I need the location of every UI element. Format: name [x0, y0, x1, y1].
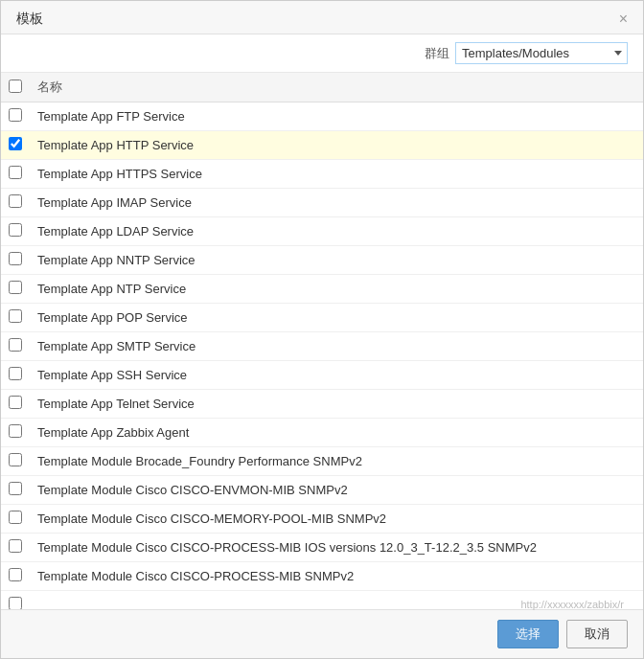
- row-checkbox-cell: [1, 505, 30, 534]
- row-checkbox-cell: [1, 476, 30, 505]
- row-checkbox-cell: [1, 390, 30, 419]
- row-checkbox-cell: [1, 534, 30, 562]
- group-select[interactable]: Templates/Modules: [455, 42, 628, 64]
- row-name: Template App Zabbix Agent: [30, 419, 643, 447]
- row-name: Template App LDAP Service: [30, 217, 643, 246]
- table-row: Template App NTP Service: [1, 275, 643, 304]
- row-checkbox[interactable]: [9, 539, 22, 553]
- row-checkbox[interactable]: [9, 223, 22, 237]
- row-checkbox[interactable]: [9, 396, 22, 409]
- table-row: Template Module Cisco CISCO-PROCESS-MIB …: [1, 562, 643, 591]
- select-button[interactable]: 选择: [497, 620, 559, 648]
- row-checkbox-cell: [1, 131, 30, 160]
- dialog-title: 模板: [16, 11, 43, 28]
- row-checkbox[interactable]: [9, 511, 22, 524]
- row-name: Template App FTP Service: [30, 102, 643, 131]
- header-name: 名称: [30, 73, 643, 102]
- row-checkbox[interactable]: [9, 424, 22, 438]
- row-checkbox-cell: [1, 562, 30, 591]
- row-checkbox-cell: [1, 332, 30, 361]
- table-row: Template App HTTPS Service: [1, 160, 643, 189]
- table-row: Template App IMAP Service: [1, 189, 643, 217]
- table-row: Template Module Brocade_Foundry Performa…: [1, 447, 643, 476]
- table-row: Template App HTTP Service: [1, 131, 643, 160]
- row-name: Template App HTTP Service: [30, 131, 643, 160]
- row-checkbox[interactable]: [9, 367, 22, 380]
- row-name: Template App SMTP Service: [30, 332, 643, 361]
- template-table-container: 名称 Template App FTP ServiceTemplate App …: [1, 73, 643, 610]
- row-name: Template App NTP Service: [30, 275, 643, 304]
- row-checkbox-cell: [1, 217, 30, 246]
- row-checkbox[interactable]: [9, 281, 22, 294]
- select-all-checkbox[interactable]: [9, 80, 22, 93]
- row-checkbox[interactable]: [9, 194, 22, 208]
- row-checkbox-cell: [1, 102, 30, 131]
- row-checkbox-cell: [1, 447, 30, 476]
- table-row: Template App SMTP Service: [1, 332, 643, 361]
- row-checkbox[interactable]: [9, 597, 22, 610]
- watermark: http://xxxxxxx/zabbix/r: [520, 599, 624, 610]
- template-table: 名称 Template App FTP ServiceTemplate App …: [1, 73, 643, 610]
- row-checkbox-cell: [1, 246, 30, 275]
- row-checkbox-cell: [1, 591, 30, 611]
- row-name: Template App IMAP Service: [30, 189, 643, 217]
- row-checkbox-cell: [1, 419, 30, 447]
- row-checkbox-cell: [1, 189, 30, 217]
- row-name: Template Module Cisco CISCO-MEMORY-POOL-…: [30, 505, 643, 534]
- table-row: Template Module Cisco CISCO-ENVMON-MIB S…: [1, 476, 643, 505]
- row-checkbox[interactable]: [9, 482, 22, 495]
- row-checkbox-cell: [1, 361, 30, 390]
- row-name: Template Module Cisco CISCO-PROCESS-MIB …: [30, 534, 643, 562]
- row-checkbox[interactable]: [9, 338, 22, 352]
- row-name: Template App SSH Service: [30, 361, 643, 390]
- row-checkbox[interactable]: [9, 166, 22, 179]
- table-row: Template App SSH Service: [1, 361, 643, 390]
- table-row: Template Module Cisco CISCO-PROCESS-MIB …: [1, 534, 643, 562]
- table-row: Template Module Cisco CISCO-MEMORY-POOL-…: [1, 505, 643, 534]
- dialog-title-bar: 模板 ×: [1, 1, 643, 34]
- row-checkbox[interactable]: [9, 568, 22, 581]
- row-name: Template App NNTP Service: [30, 246, 643, 275]
- row-checkbox-cell: [1, 304, 30, 332]
- table-header-row: 名称: [1, 73, 643, 102]
- row-name: Template Module Cisco CISCO-PROCESS-MIB …: [30, 562, 643, 591]
- header-checkbox-cell: [1, 73, 30, 102]
- table-row: Template App Telnet Service: [1, 390, 643, 419]
- row-name: Template Module Brocade_Foundry Performa…: [30, 447, 643, 476]
- row-checkbox[interactable]: [9, 453, 22, 466]
- table-body: Template App FTP ServiceTemplate App HTT…: [1, 102, 643, 611]
- row-checkbox-cell: [1, 160, 30, 189]
- row-name: Template App Telnet Service: [30, 390, 643, 419]
- row-name: Template Module Cisco CISCO-ENVMON-MIB S…: [30, 476, 643, 505]
- close-button[interactable]: ×: [619, 11, 628, 27]
- row-checkbox[interactable]: [9, 252, 22, 265]
- group-label: 群组: [425, 45, 449, 62]
- table-row: Template App NNTP Service: [1, 246, 643, 275]
- toolbar: 群组 Templates/Modules: [1, 34, 643, 73]
- cancel-button[interactable]: 取消: [566, 620, 628, 648]
- table-row: Template App POP Service: [1, 304, 643, 332]
- table-row: Template App LDAP Service: [1, 217, 643, 246]
- dialog: 模板 × 群组 Templates/Modules 名称 Template Ap…: [0, 0, 644, 659]
- row-name: Template App POP Service: [30, 304, 643, 332]
- row-checkbox[interactable]: [9, 309, 22, 323]
- row-checkbox[interactable]: [9, 108, 22, 122]
- footer: 选择 取消: [1, 610, 643, 658]
- row-name: Template App HTTPS Service: [30, 160, 643, 189]
- row-checkbox-cell: [1, 275, 30, 304]
- table-row: Template App Zabbix Agent: [1, 419, 643, 447]
- table-row: Template App FTP Service: [1, 102, 643, 131]
- row-checkbox[interactable]: [9, 137, 22, 150]
